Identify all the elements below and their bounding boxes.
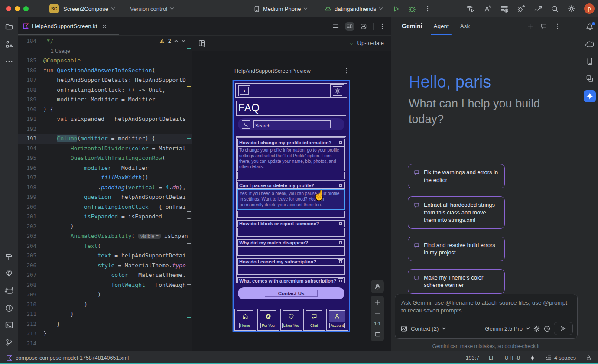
maximize-window-button[interactable]: [23, 6, 29, 11]
device-manager-icon[interactable]: [585, 57, 594, 65]
zoom-fit-button[interactable]: [374, 331, 381, 338]
code-view-icon[interactable]: [332, 22, 340, 31]
inspection-widget[interactable]: 2: [159, 38, 186, 44]
tab-helpandsupportscreen[interactable]: HelpAndSupportScreen.kt: [18, 17, 111, 36]
indent-widget[interactable]: 4 spaces: [545, 354, 576, 361]
code-line[interactable]: 213}: [18, 329, 192, 339]
close-tab-icon[interactable]: [102, 24, 107, 29]
suggestion-card[interactable]: Fix the warnings and errors in the edito…: [408, 164, 505, 188]
code-line[interactable]: 192: [18, 124, 192, 134]
hide-panel-icon[interactable]: [568, 23, 574, 29]
expand-icon[interactable]: [338, 221, 343, 226]
caret-position[interactable]: 193:7: [466, 355, 479, 361]
code-line[interactable]: 204 Text(: [18, 241, 192, 251]
project-tool-icon[interactable]: [5, 23, 13, 31]
code-line[interactable]: 194 HorizontalDivider(color = Material: [18, 144, 192, 154]
stripe-mark[interactable]: [187, 86, 191, 87]
nav-item-home[interactable]: Home: [234, 309, 256, 331]
zoom-out-button[interactable]: [374, 310, 380, 316]
code-line[interactable]: 205 text = helpAndSupportDetai: [18, 251, 192, 261]
suggestion-card[interactable]: Extract all hardcoded strings from this …: [408, 196, 505, 229]
code-line[interactable]: 190) {: [18, 105, 192, 115]
new-chat-icon[interactable]: [527, 23, 533, 29]
stripe-mark[interactable]: [187, 48, 191, 49]
encoding[interactable]: UTF-8: [505, 355, 520, 361]
gemini-input-box[interactable]: Ask Gemini, use @filename to attach sour…: [395, 294, 578, 339]
code-editor[interactable]: 184 */1 Usage185@Composable186fun Questi…: [18, 36, 192, 351]
code-line[interactable]: 185@Composable: [18, 56, 192, 66]
nav-item-chat[interactable]: Chat: [303, 309, 325, 331]
code-line[interactable]: 187 helpAndSupportDetails: HelpAndSuppor…: [18, 75, 192, 85]
suggestion-card[interactable]: Make my Theme's color scheme warmer: [408, 269, 505, 294]
code-line[interactable]: 198 .padding(vertical = 4.dp),: [18, 183, 192, 193]
code-line[interactable]: 214: [18, 339, 192, 349]
faq-answer[interactable]: To change your profile information, go t…: [237, 146, 345, 171]
stripe-mark[interactable]: [187, 317, 191, 318]
code-line[interactable]: 196 modifier = Modifier: [18, 163, 192, 173]
resource-manager-icon[interactable]: [5, 40, 13, 49]
code-line[interactable]: 191 val isExpanded = helpAndSupportDetai…: [18, 114, 192, 124]
problems-icon[interactable]: [5, 304, 13, 312]
next-warning-icon[interactable]: [181, 39, 186, 43]
back-button[interactable]: ‹: [238, 85, 250, 96]
search-bar[interactable]: Search: [238, 118, 344, 130]
project-selector[interactable]: Screen2Compose: [63, 6, 115, 12]
code-line[interactable]: 203 AnimatedVisibility( visible = isExpa…: [18, 231, 192, 241]
suggestion-card[interactable]: Find and resolve build errors in my proj…: [408, 237, 505, 261]
more-tools-icon[interactable]: [5, 57, 13, 66]
run-button[interactable]: [392, 5, 400, 13]
version-control-icon[interactable]: [5, 338, 13, 347]
expand-icon[interactable]: [338, 140, 343, 145]
gemini-status-icon[interactable]: [530, 355, 536, 361]
more-actions-icon[interactable]: [424, 5, 431, 12]
nav-item-for-you[interactable]: For You: [257, 309, 279, 331]
nav-item-account[interactable]: Account: [326, 309, 348, 331]
code-line[interactable]: 201 isExpanded = isExpanded: [18, 212, 192, 222]
contact-us-button[interactable]: Contact Us: [238, 287, 344, 299]
debug-button[interactable]: [408, 5, 416, 13]
faq-question[interactable]: How do I block or report someone?: [237, 220, 345, 228]
expand-icon[interactable]: [338, 278, 343, 283]
stripe-mark[interactable]: [187, 243, 191, 244]
sync-project-icon[interactable]: [483, 4, 492, 13]
build-tool-icon[interactable]: [5, 252, 13, 261]
notifications-bell-icon[interactable]: [585, 23, 594, 31]
gemini-spark-button[interactable]: [584, 90, 596, 102]
editor-options-icon[interactable]: [379, 23, 386, 30]
faq-question[interactable]: Can I pause or delete my profile?: [237, 182, 345, 189]
split-view-icon[interactable]: [345, 22, 354, 31]
code-line[interactable]: 206 style = MaterialTheme.typo: [18, 261, 192, 271]
zoom-100-button[interactable]: 1:1: [374, 321, 380, 326]
code-line[interactable]: 212 }: [18, 319, 192, 329]
nav-item-likes-you[interactable]: Likes You: [280, 309, 302, 331]
tab-agent[interactable]: Agent: [433, 17, 448, 35]
expand-icon[interactable]: [338, 240, 343, 245]
run-configuration-selector[interactable]: datingandfriends: [324, 0, 383, 17]
expand-icon[interactable]: [338, 183, 343, 188]
code-line[interactable]: 186fun QuestionAndAnswerInfoSection(: [18, 66, 192, 76]
app-quality-insights-icon[interactable]: [5, 269, 13, 278]
code-line[interactable]: 199 question = helpAndSupportDetai: [18, 192, 192, 202]
profiler-icon[interactable]: [500, 4, 509, 13]
preview-layout-icon[interactable]: [198, 39, 206, 47]
code-line[interactable]: 209 ): [18, 290, 192, 300]
zoom-in-button[interactable]: [374, 299, 380, 306]
code-line[interactable]: 1 Usage: [18, 46, 192, 56]
device-streaming-icon[interactable]: [534, 4, 543, 13]
code-line[interactable]: 200 onTrailingIconClick = { onTrai: [18, 202, 192, 212]
horizontal-scrollbar[interactable]: [18, 34, 119, 35]
code-line[interactable]: 189 modifier: Modifier = Modifier: [18, 95, 192, 105]
faq-question[interactable]: How do I change my profile information?: [237, 139, 345, 146]
send-button[interactable]: [554, 322, 573, 335]
terminal-icon[interactable]: [5, 321, 13, 329]
faq-question[interactable]: How do I cancel my subscription?: [237, 258, 345, 266]
faq-question[interactable]: What comes with a premium subscription?: [237, 277, 345, 283]
chat-history-icon[interactable]: [540, 23, 547, 29]
lock-icon[interactable]: [585, 354, 592, 361]
stripe-mark[interactable]: [187, 138, 191, 139]
code-line[interactable]: 188 onTrailingIconClick: () -> Unit,: [18, 85, 192, 95]
vcs-widget[interactable]: Version control: [130, 6, 174, 12]
context-selector[interactable]: Context (2): [411, 325, 439, 332]
code-line[interactable]: 210 ): [18, 300, 192, 310]
faq-answer[interactable]: Yes. If you need a break, you can pause …: [237, 189, 345, 209]
